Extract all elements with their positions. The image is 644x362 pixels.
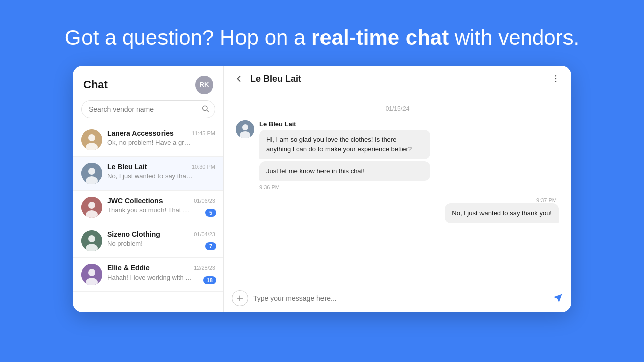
avatar-lanera <box>81 129 102 150</box>
more-options-button[interactable] <box>551 74 561 84</box>
chat-item-lebleu[interactable]: Le Bleu Lait 10:30 PM No, I just wanted … <box>73 157 223 191</box>
messages-area: 01/15/24 Le Bleu Lait Hi, I am so glad y… <box>224 93 571 284</box>
msg-bubble-1: Hi, I am so glad you love the clothes! I… <box>259 130 430 159</box>
chat-window: Le Bleu Lait 01/15/24 <box>224 66 571 312</box>
header-text: Got a question? Hop on a real-time chat … <box>65 1 580 64</box>
chat-time-lebleu: 10:30 PM <box>192 164 215 170</box>
svg-point-3 <box>88 134 95 141</box>
badge-jwc: 5 <box>205 209 216 217</box>
chat-item-jwc[interactable]: JWC Collections 01/06/23 Thank you so mu… <box>73 191 223 224</box>
chat-preview-jwc: Thank you so much! That was very helpful… <box>107 206 193 214</box>
svg-point-15 <box>88 269 95 276</box>
svg-point-12 <box>88 235 95 242</box>
chat-time-sizeno: 01/04/23 <box>194 231 215 237</box>
chat-item-content-lanera: Lanera Accessories 11:45 PM Ok, no probl… <box>107 129 215 146</box>
avatar-lebleu <box>81 163 102 184</box>
msg-sender-name: Le Bleu Lait <box>259 120 430 128</box>
svg-point-6 <box>88 168 95 175</box>
header-text-normal: Got a question? Hop on a <box>65 26 306 49</box>
message-input[interactable] <box>253 294 548 302</box>
chat-window-header: Le Bleu Lait <box>224 66 571 93</box>
chat-time-lanera: 11:45 PM <box>192 130 215 136</box>
back-button[interactable] <box>234 74 244 84</box>
chat-preview-lebleu: No, I just wanted to say thank you! <box>107 172 193 180</box>
search-input[interactable] <box>81 100 215 118</box>
badge-sizeno: 7 <box>205 242 216 250</box>
chat-panel-header: Chat RK <box>73 66 223 100</box>
avatar-sizeno <box>81 230 102 251</box>
header-text-end: with vendors. <box>455 26 579 49</box>
message-row-sent: 9:37 PM No, I just wanted to say thank y… <box>236 196 559 223</box>
svg-marker-26 <box>554 294 562 302</box>
chat-item-content-lebleu: Le Bleu Lait 10:30 PM No, I just wanted … <box>107 163 215 180</box>
msg-sent-wrapper: No, I just wanted to say thank you! <box>445 203 559 223</box>
chat-time-jwc: 01/06/23 <box>194 198 215 204</box>
vendor-name-ellie: Ellie & Eddie <box>107 264 150 272</box>
svg-point-9 <box>88 202 95 209</box>
badge-ellie: 18 <box>203 276 216 284</box>
avatar-ellie <box>81 264 102 285</box>
chat-time-ellie: 12/28/23 <box>194 265 215 271</box>
msg-bubble-sent: No, I just wanted to say thank you! <box>445 203 559 223</box>
message-group-received: Le Bleu Lait Hi, I am so glad you love t… <box>236 120 559 191</box>
date-divider: 01/15/24 <box>236 105 559 112</box>
message-input-area <box>224 284 571 312</box>
svg-line-1 <box>207 110 209 112</box>
chat-item-content-ellie: Ellie & Eddie 12/28/23 Hahah! I love wor… <box>107 264 215 281</box>
svg-point-21 <box>242 124 248 130</box>
chat-preview-lanera: Ok, no problem! Have a great day! <box>107 139 193 146</box>
chat-panel: Chat RK <box>73 66 224 312</box>
svg-point-18 <box>555 78 557 80</box>
chat-item-ellie[interactable]: Ellie & Eddie 12/28/23 Hahah! I love wor… <box>73 258 223 292</box>
vendor-name-jwc: JWC Collections <box>107 197 163 205</box>
chat-preview-ellie: Hahah! I love working with you Sasha! <box>107 274 193 281</box>
chat-item-sizeno[interactable]: Sizeno Clothing 01/04/23 No problem! 7 <box>73 224 223 258</box>
chat-item-lanera[interactable]: Lanera Accessories 11:45 PM Ok, no probl… <box>73 123 223 157</box>
chat-preview-sizeno: No problem! <box>107 240 193 247</box>
search-icon <box>201 104 209 114</box>
chat-item-content-sizeno: Sizeno Clothing 01/04/23 No problem! <box>107 230 215 247</box>
msg-bubble-2: Just let me know here in this chat! <box>259 161 430 182</box>
avatar-jwc <box>81 197 102 218</box>
user-avatar: RK <box>195 76 213 94</box>
chat-list: Lanera Accessories 11:45 PM Ok, no probl… <box>73 123 223 312</box>
chat-title: Chat <box>83 78 108 92</box>
msg-time-sent: 9:37 PM <box>536 197 557 203</box>
msg-avatar-lebleu <box>236 120 254 138</box>
svg-point-19 <box>555 81 557 83</box>
vendor-name-sizeno: Sizeno Clothing <box>107 230 160 238</box>
page-header: Got a question? Hop on a real-time chat … <box>0 0 644 66</box>
vendor-name-lanera: Lanera Accessories <box>107 129 174 137</box>
msg-time-received: 9:36 PM <box>259 184 430 190</box>
add-attachment-button[interactable] <box>232 290 248 306</box>
chat-window-vendor-name: Le Bleu Lait <box>250 74 551 84</box>
msg-content-received: Le Bleu Lait Hi, I am so glad you love t… <box>259 120 430 191</box>
search-box <box>81 100 215 118</box>
main-card: Chat RK <box>73 66 571 312</box>
svg-point-17 <box>555 75 557 77</box>
chat-item-content-jwc: JWC Collections 01/06/23 Thank you so mu… <box>107 197 215 214</box>
send-button[interactable] <box>553 293 563 303</box>
vendor-name-lebleu: Le Bleu Lait <box>107 163 147 171</box>
header-text-bold: real-time chat <box>311 26 449 49</box>
